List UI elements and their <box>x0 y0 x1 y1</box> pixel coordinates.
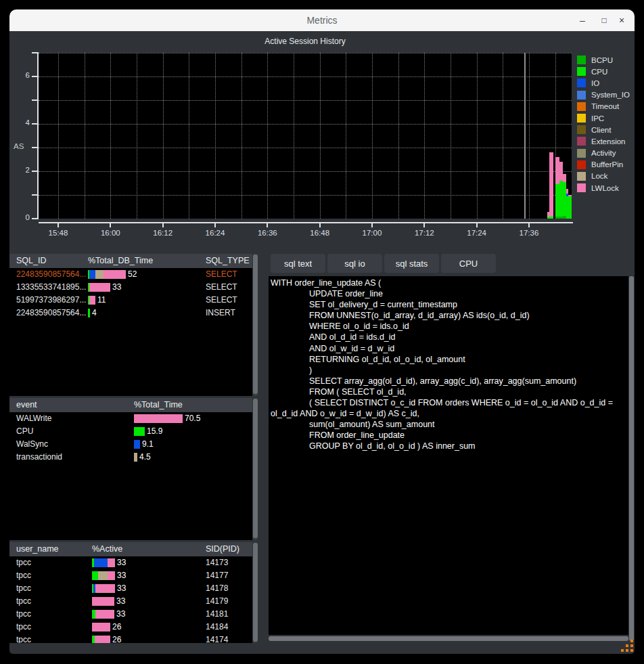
chart-cursor-line[interactable] <box>524 53 526 219</box>
row-bar: 4 <box>88 307 97 319</box>
table-row[interactable]: 22483590857564...4INSERT <box>9 307 252 319</box>
y-axis-tick <box>32 52 37 53</box>
sql-text-line: RETURNING ol_d_id, ol_o_id, ol_amount <box>271 354 628 365</box>
table-row[interactable]: tpcc2614174 <box>9 634 252 643</box>
scrollbar-thumb[interactable] <box>253 399 258 538</box>
table-row[interactable]: tpcc3314173 <box>9 556 252 569</box>
sid-pid-cell: 14179 <box>206 595 228 608</box>
scrollbar-thumb[interactable] <box>253 254 258 394</box>
x-axis-tick <box>110 223 111 227</box>
row-bar-segment-io <box>94 558 108 567</box>
row-bar: 26 <box>92 634 121 643</box>
scrollbar-thumb[interactable] <box>253 543 258 642</box>
sql-text-line: GROUP BY ol_d_id, ol_o_id ) AS inner_sum <box>271 441 628 451</box>
tab-cpu[interactable]: CPU <box>441 254 496 273</box>
sql-text-line: UPDATE order_line <box>271 288 628 299</box>
row-bar-segment-lwlock <box>89 296 95 305</box>
maximize-button[interactable]: □ <box>595 9 613 31</box>
tab-sql-io[interactable]: sql io <box>327 254 382 273</box>
row-bar-segment-io <box>89 270 95 279</box>
sql-text-vertical-scrollbar[interactable] <box>629 276 634 641</box>
gridline-horizontal <box>39 76 572 77</box>
table-row[interactable]: CPU15.9 <box>9 425 252 438</box>
x-axis-tick-label: 16:24 <box>200 229 230 237</box>
table-header-row: event%Total_Time <box>9 398 252 412</box>
y-axis-tick <box>32 147 37 148</box>
chart-title: Active Session History <box>39 37 572 46</box>
sql-text-line: FROM UNNEST(o_id_array, d_id_array) AS i… <box>271 310 628 321</box>
table-row[interactable]: tpcc3314178 <box>9 582 252 595</box>
sid-pid-cell: 14173 <box>206 556 228 569</box>
window-resize-grip[interactable] <box>621 640 634 652</box>
user-name-cell: tpcc <box>16 556 31 569</box>
row-bar-segment-lwlock <box>92 597 114 606</box>
row-bar: 11 <box>88 294 106 307</box>
ash-chart-plot[interactable] <box>39 53 572 219</box>
table-row[interactable]: 22483590857564...52SELECT <box>9 268 252 281</box>
sql-text-horizontal-scrollbar[interactable] <box>269 636 628 641</box>
legend-swatch-client <box>577 125 586 134</box>
gridline-horizontal <box>39 171 572 172</box>
legend-swatch-extension <box>577 137 586 146</box>
x-axis-tick-label: 15:48 <box>43 229 73 237</box>
sid-pid-cell: 14178 <box>206 582 228 595</box>
sql-id-table: SQL_ID%Total_DB_TimeSQL_TYPE224835908575… <box>9 254 252 396</box>
metrics-window: Metrics – □ × Active Session History AS … <box>9 9 635 654</box>
y-axis-tick-label: 2 <box>19 166 30 174</box>
y-axis-tick <box>32 99 37 101</box>
user-name-cell: tpcc <box>16 595 31 608</box>
sql-table-scrollbar[interactable] <box>253 254 258 396</box>
legend-swatch-bcpu <box>577 56 586 64</box>
table-row[interactable]: tpcc3314181 <box>9 608 252 621</box>
gridline-vertical <box>58 53 59 219</box>
event-table-scrollbar[interactable] <box>253 398 258 540</box>
legend-label: Extension <box>591 137 626 146</box>
sql-text-line: WHERE ol_o_id = ids.o_id <box>271 321 628 332</box>
bar-segment-lwlock <box>563 174 566 182</box>
sid-pid-cell: 14174 <box>206 634 228 643</box>
table-row[interactable]: tpcc3314179 <box>9 595 252 608</box>
x-axis-tick <box>371 223 373 227</box>
legend-label: Client <box>591 126 611 134</box>
gridline-vertical <box>294 53 294 219</box>
row-bar-segment-lwlock <box>95 610 114 619</box>
row-bar-value: 70.5 <box>185 412 200 425</box>
table-row[interactable]: transactionid4.5 <box>9 451 252 464</box>
table-row[interactable]: 13335533741895...33SELECT <box>9 281 252 294</box>
user-table-scrollbar[interactable] <box>253 542 258 643</box>
row-bar-value: 52 <box>128 268 137 281</box>
table-row[interactable]: WALWrite70.5 <box>9 412 252 425</box>
x-axis-tick-label: 17:24 <box>462 229 492 237</box>
tab-sql-stats[interactable]: sql stats <box>384 254 439 273</box>
sid-pid-cell: 14184 <box>206 621 228 634</box>
gridline-vertical <box>267 53 268 219</box>
gridline-horizontal <box>39 124 572 125</box>
grip-dot <box>630 649 633 652</box>
row-bar-segment-lock <box>98 571 108 580</box>
column-header: SQL_ID <box>16 254 46 268</box>
minimize-button[interactable]: – <box>574 9 591 31</box>
event-cell: CPU <box>16 425 33 438</box>
table-row[interactable]: tpcc2614184 <box>9 621 252 634</box>
gridline-vertical <box>242 53 242 219</box>
ash-stacked-bar <box>549 152 553 219</box>
event-cell: WalSync <box>16 438 48 451</box>
gridline-vertical <box>424 53 425 219</box>
legend-item: Lock <box>577 171 630 182</box>
table-row[interactable]: tpcc3314177 <box>9 569 252 582</box>
sql-type-cell: INSERT <box>206 307 235 319</box>
close-button[interactable]: × <box>613 9 630 31</box>
sql-text-area[interactable]: WITH order_line_update AS (UPDATE order_… <box>269 276 628 635</box>
table-header-row: SQL_ID%Total_DB_TimeSQL_TYPE <box>9 254 252 268</box>
table-row[interactable]: 51997373986297...11SELECT <box>9 294 252 307</box>
y-axis-tick <box>32 76 37 77</box>
x-axis-tick <box>423 223 425 227</box>
legend-label: CPU <box>591 68 607 76</box>
legend-item: IPC <box>577 112 630 124</box>
bar-segment-cpu <box>549 217 553 219</box>
y-axis-tick <box>32 123 37 125</box>
row-bar: 33 <box>88 281 121 294</box>
x-axis-tick-label: 16:48 <box>305 229 335 237</box>
table-row[interactable]: WalSync9.1 <box>9 438 252 451</box>
tab-sql-text[interactable]: sql text <box>271 254 325 273</box>
